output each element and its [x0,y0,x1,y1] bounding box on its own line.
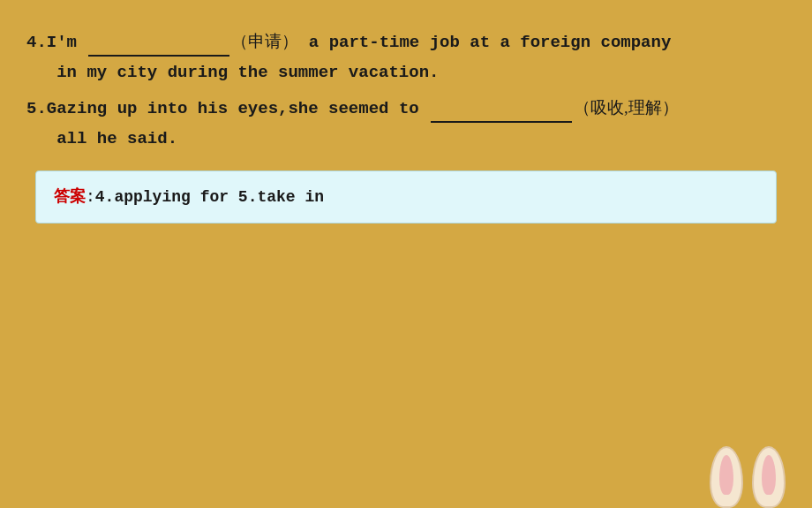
q5-blank [431,93,572,123]
main-content: 4.I'm （申请） a part-time job at a foreign … [0,0,812,241]
q5-text-before: Gazing up into his eyes,she seemed to [47,99,429,118]
question-5-line1: 5.Gazing up into his eyes,she seemed to … [26,93,786,123]
answer-box: 答案:4.applying for 5.take in [35,171,777,224]
q4-text-after: a part-time job at a foreign company [298,33,671,52]
q4-text-before: I'm [47,33,87,52]
bunny-ear-left [710,446,743,508]
q4-blank [88,27,229,57]
question-5: 5.Gazing up into his eyes,she seemed to … [26,93,786,154]
question-5-line2: all he said. [26,125,786,153]
answer-label: 答案 [54,187,86,205]
bunny-decoration [710,446,786,508]
q5-hint: （吸收,理解） [574,98,679,117]
bunny-ear-right [752,446,786,508]
question-4-line2: in my city during the summer vacation. [26,58,786,87]
q4-hint: （申请） [231,32,298,50]
answer-colon: : [86,188,95,206]
question-4-line1: 4.I'm （申请） a part-time job at a foreign … [26,27,786,57]
question-4: 4.I'm （申请） a part-time job at a foreign … [26,27,786,87]
answer-text: 4.applying for 5.take in [95,188,324,206]
